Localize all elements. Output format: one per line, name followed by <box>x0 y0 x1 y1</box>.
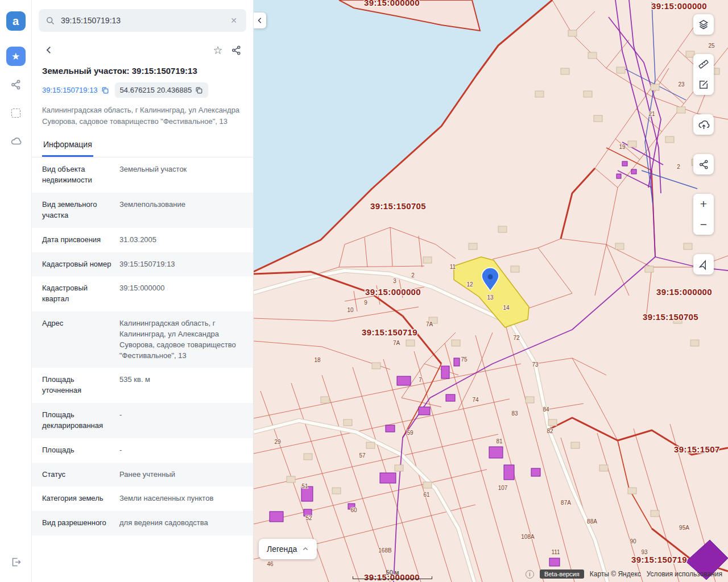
info-row-label: Вид объекта недвижимости <box>42 164 111 186</box>
info-row: Площадь уточненная535 кв. м <box>32 368 253 403</box>
tab-information[interactable]: Информация <box>42 134 93 157</box>
parcel-number: 51 <box>301 483 308 489</box>
info-row-label: Площадь декларированная <box>42 410 111 431</box>
quarter-label: 39:15:000000 <box>365 287 421 297</box>
layers-icon <box>698 19 709 30</box>
cloud-upload-icon <box>698 119 710 131</box>
parcel-number: 107 <box>498 485 508 491</box>
parcel-number: 83 <box>511 410 518 417</box>
parcel-number: 19 <box>619 144 626 150</box>
ruler-icon <box>698 59 709 70</box>
parcel-number: 7А <box>393 340 400 346</box>
parcel-number: 57 <box>359 452 366 459</box>
upload-button[interactable] <box>693 114 714 135</box>
map-share-button[interactable] <box>693 154 714 174</box>
parcel-number: 59 <box>407 430 413 436</box>
parcel-number: 108А <box>521 534 535 540</box>
parcel-number: 7 <box>419 377 422 383</box>
measure-button[interactable] <box>693 54 714 74</box>
info-icon[interactable]: i <box>526 570 534 579</box>
info-row-value: Землепользование <box>119 199 243 221</box>
quarter-label: 39:15:000000 <box>656 287 712 297</box>
info-row: Кадастровый номер39:15:150719:13 <box>32 252 253 277</box>
map-canvas[interactable]: 2523211922391011121314187А7А772737574838… <box>254 0 728 582</box>
info-row-label: Вид земельного участка <box>42 199 111 221</box>
object-panel: ✕ ☆ Земельный участок: 39:15:150719:13 3… <box>32 0 254 582</box>
quarter-label: 39:15:000000 <box>364 0 420 7</box>
parcel-number: 95А <box>679 525 689 531</box>
parcel-number: 7А <box>426 321 433 327</box>
info-row-label: Площадь <box>42 445 111 456</box>
parcel-number: 81 <box>496 438 503 444</box>
search-bar-wrap: ✕ <box>32 0 253 35</box>
collapse-panel-button[interactable] <box>254 13 266 28</box>
share-nodes-icon <box>698 159 709 170</box>
parcel-number: 84 <box>543 406 549 413</box>
info-row: Вид разрешенногодля ведения садоводства <box>32 511 253 535</box>
page-title: Земельный участок: 39:15:150719:13 <box>32 63 253 77</box>
copy-icon[interactable] <box>195 86 203 94</box>
attribution-terms-link[interactable]: Условия использования <box>647 570 722 578</box>
search-icon <box>46 16 55 26</box>
share-button[interactable] <box>227 41 245 59</box>
favorite-button[interactable]: ☆ <box>209 41 227 59</box>
zoom-out-button[interactable]: − <box>693 214 714 235</box>
parcel-number: 52 <box>305 515 312 521</box>
copy-icon[interactable] <box>101 86 109 94</box>
legend-button[interactable]: Легенда <box>259 539 317 559</box>
area-select-icon[interactable] <box>6 103 26 123</box>
parcel-number: 18 <box>314 357 321 363</box>
parcel-number: 168В <box>378 547 392 554</box>
cloud-icon[interactable] <box>6 132 26 151</box>
scale-bar-line <box>353 576 432 579</box>
search-bar: ✕ <box>39 9 246 32</box>
icon-rail: a ★ <box>0 0 32 582</box>
scale-label: 50 м <box>386 569 399 576</box>
info-row-value: Ранее учтенный <box>119 469 243 480</box>
parcel-number: 60 <box>350 507 357 513</box>
info-row-label: Кадастровый номер <box>42 259 111 270</box>
info-row-label: Категория земель <box>42 493 111 504</box>
info-table: Вид объекта недвижимостиЗемельный участо… <box>32 157 253 582</box>
locate-button[interactable] <box>693 254 714 275</box>
parcel-number: 74 <box>472 397 479 403</box>
info-row-value: - <box>119 445 243 456</box>
info-row: Площадь- <box>32 438 253 463</box>
parcel-number: 88А <box>587 518 597 525</box>
tab-bar: Информация <box>32 134 253 157</box>
parcel-number: 23 <box>678 81 685 88</box>
favorites-star-icon[interactable]: ★ <box>6 47 26 66</box>
parcel-number: 90 <box>630 538 636 544</box>
edit-button[interactable] <box>693 74 714 95</box>
navigation-arrow-icon <box>698 259 709 270</box>
coordinates-chip[interactable]: 54.676215 20.436885 <box>115 82 209 98</box>
info-row-value: 31.03.2005 <box>119 235 243 246</box>
info-row: Дата присвоения31.03.2005 <box>32 228 253 252</box>
info-row: Площадь декларированная- <box>32 403 253 438</box>
back-button[interactable] <box>40 41 58 59</box>
parcel-number: 2 <box>677 164 680 170</box>
zoom-in-button[interactable]: + <box>693 194 714 214</box>
parcel-number: 75 <box>461 356 468 363</box>
attribution-yandex-link[interactable]: Карты © Яндекс <box>590 570 641 578</box>
parcel-number: 111 <box>551 549 560 555</box>
search-input[interactable] <box>61 16 222 25</box>
exit-icon[interactable] <box>6 552 26 572</box>
app-window: a ★ ✕ <box>0 0 728 582</box>
quarter-label: 39:15:150705 <box>370 201 426 211</box>
info-row-label: Площадь уточненная <box>42 375 111 396</box>
layers-button[interactable] <box>693 14 714 35</box>
parcel-number: 9 <box>364 300 367 306</box>
share-nodes-icon[interactable] <box>6 75 26 94</box>
parcel-number: 14 <box>503 305 510 311</box>
app-logo-letter: a <box>13 15 19 28</box>
quarter-label: 39:15:000000 <box>651 1 707 11</box>
app-logo[interactable]: a <box>6 11 26 31</box>
clear-search-icon[interactable]: ✕ <box>228 15 239 26</box>
info-row-label: Адрес <box>42 318 111 361</box>
cadastral-number-chip[interactable]: 39:15:150719:13 <box>42 86 109 94</box>
info-row: Вид объекта недвижимостиЗемельный участо… <box>32 157 253 193</box>
cadastral-number-text: 39:15:150719:13 <box>42 86 98 94</box>
pencil-icon <box>698 79 709 90</box>
info-row-value: Земли населенных пунктов <box>119 493 243 504</box>
